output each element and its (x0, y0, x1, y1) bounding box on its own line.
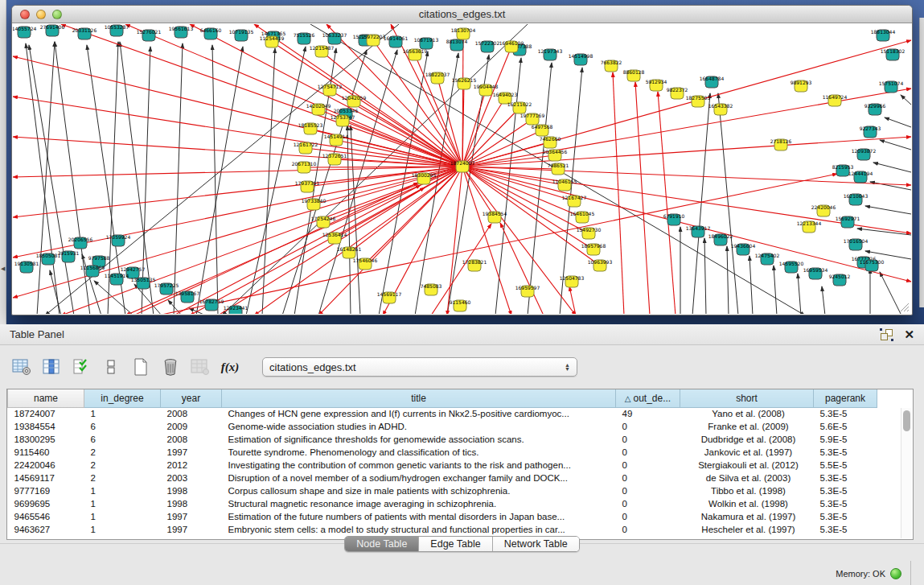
citation-edge-red[interactable] (190, 167, 462, 314)
table-cell[interactable]: 0 (616, 523, 680, 536)
delete-column-icon[interactable] (160, 356, 181, 377)
citation-edge-red[interactable] (462, 137, 911, 167)
close-panel-icon[interactable]: ✕ (904, 328, 914, 340)
graph-node[interactable]: 16211622 (507, 101, 532, 113)
function-builder-icon[interactable]: f(x) (220, 356, 240, 377)
table-cell[interactable]: Genome-wide association studies in ADHD. (222, 420, 616, 433)
table-cell[interactable]: Franke et al. (2009) (680, 420, 814, 433)
graph-node[interactable]: 9245012 (829, 274, 851, 286)
table-cell[interactable]: 9465546 (8, 510, 84, 523)
table-row[interactable]: 969969511998Structural magnetic resonanc… (8, 497, 877, 510)
table-cell[interactable]: 19384554 (8, 420, 84, 433)
close-window-icon[interactable] (20, 10, 30, 19)
citation-edge-red[interactable] (447, 167, 462, 314)
table-cell[interactable]: 0 (616, 484, 680, 497)
scrollbar-thumb[interactable] (903, 410, 910, 431)
graph-node[interactable]: 27691406 (40, 24, 65, 36)
citation-edge-red[interactable] (658, 92, 676, 314)
graph-node[interactable]: 19733840 (302, 198, 326, 210)
table-cell[interactable]: 0 (616, 420, 680, 433)
table-cell[interactable]: 1997 (161, 523, 222, 536)
table-cell[interactable]: 5.3E-5 (814, 497, 877, 510)
graph-node[interactable]: 12197343 (538, 48, 563, 60)
table-cell[interactable]: 5.3E-5 (814, 523, 877, 536)
tab-edge-table[interactable]: Edge Table (418, 537, 491, 551)
table-cell[interactable]: 0 (616, 433, 680, 446)
graph-node[interactable]: 7663822 (601, 60, 622, 72)
table-cell[interactable]: Tourette syndrome. Phenomenology and cla… (222, 446, 616, 459)
network-window-titlebar[interactable]: citations_edges.txt (12, 6, 912, 23)
citation-edge-black[interactable] (880, 140, 911, 150)
graph-node[interactable]: 15722302 (475, 40, 500, 52)
table-cell[interactable]: 1 (84, 407, 161, 420)
citation-edge-black[interactable] (718, 93, 738, 314)
citation-edge-black[interactable] (262, 48, 275, 314)
citation-edge-black[interactable] (55, 42, 90, 314)
column-header-pagerank[interactable]: pagerank (814, 389, 877, 407)
graph-node[interactable]: 18822037 (425, 72, 450, 84)
table-row[interactable]: 946554611997Estimation of the future num… (8, 510, 877, 523)
graph-node[interactable]: 18185523 (298, 122, 323, 134)
table-cell[interactable]: Wolkin et al. (1998) (680, 497, 814, 510)
table-cell[interactable]: Estimation of significance thresholds fo… (222, 433, 616, 446)
panel-collapse-handle-icon[interactable]: ◀ (1, 266, 5, 272)
graph-node[interactable]: 16210643 (844, 193, 869, 205)
graph-node[interactable]: 7462660 (540, 136, 561, 148)
table-cell[interactable]: Yano et al. (2008) (680, 407, 814, 420)
tab-node-table[interactable]: Node Table (345, 537, 418, 551)
table-row[interactable]: 977716911998Corpus callosum shape and si… (8, 484, 877, 497)
table-cell[interactable]: 2009 (161, 420, 222, 433)
memory-ok-indicator-icon[interactable] (890, 568, 901, 579)
citation-edge-black[interactable] (37, 42, 55, 314)
graph-node[interactable]: 11046155 (552, 179, 577, 191)
table-cell[interactable]: 5.3E-5 (814, 472, 877, 484)
citation-edge-black[interactable] (212, 45, 218, 314)
graph-node[interactable]: 12093872 (852, 148, 877, 160)
table-cell[interactable]: Estimation of the future numbers of pati… (222, 510, 616, 523)
graph-node[interactable]: 15276021 (137, 29, 162, 41)
graph-node[interactable]: 12161722 (294, 142, 318, 154)
table-cell[interactable]: 2008 (161, 407, 222, 420)
graph-node[interactable]: 13505135 (131, 277, 156, 289)
table-cell[interactable]: Embryonic stem cells: a model to study s… (222, 523, 616, 536)
table-cell[interactable]: Hescheler et al. (1997) (680, 523, 814, 536)
column-header-out_de[interactable]: △out_de... (616, 389, 680, 407)
table-cell[interactable]: 2 (84, 446, 161, 459)
column-header-year[interactable]: year (161, 389, 222, 407)
citation-edge-black[interactable] (26, 43, 60, 314)
citation-edge-red[interactable] (13, 167, 462, 298)
graph-node[interactable]: 16914061 (384, 35, 409, 47)
graph-node[interactable]: 10553287 (105, 24, 129, 36)
citation-edge-red[interactable] (462, 47, 511, 167)
graph-node[interactable]: 17359924 (106, 234, 131, 246)
graph-node[interactable]: 9822372 (667, 87, 688, 99)
table-row[interactable]: 1872400712008Changes of HCN gene express… (8, 407, 877, 420)
table-cell[interactable]: Nakamura et al. (1997) (680, 510, 814, 523)
graph-node[interactable]: 17016504 (844, 238, 869, 250)
graph-node[interactable]: 14514914 (324, 134, 349, 146)
table-cell[interactable]: 18300295 (8, 433, 84, 446)
table-cell[interactable]: 49 (616, 407, 680, 420)
graph-node[interactable]: 19384554 (483, 211, 507, 223)
graph-node[interactable]: 14055724 (13, 26, 36, 38)
table-cell[interactable]: 1997 (161, 446, 222, 459)
table-cell[interactable]: 14569117 (8, 472, 84, 484)
graph-node[interactable]: 12475402 (755, 253, 780, 265)
table-row[interactable]: 946362711997Embryonic stem cells: a mode… (8, 523, 877, 536)
table-cell[interactable]: 18724007 (8, 407, 84, 420)
citation-edge-black[interactable] (798, 274, 801, 314)
citation-edge-red[interactable] (314, 167, 462, 204)
graph-node[interactable]: 15492730 (577, 227, 602, 239)
graph-node[interactable]: 10871913 (414, 37, 439, 49)
table-cell[interactable]: 1 (84, 510, 161, 523)
table-cell[interactable]: Tibbo et al. (1998) (680, 484, 814, 497)
graph-node[interactable]: 11451914 (105, 273, 129, 285)
window-resize-grip[interactable] (898, 301, 910, 312)
graph-node[interactable]: 11254419 (260, 35, 285, 47)
table-cell[interactable]: Jankovic et al. (1997) (680, 446, 814, 459)
graph-node[interactable]: 2718126 (770, 138, 792, 150)
network-canvas[interactable]: 1405572427691406203311261055328715276021… (13, 24, 911, 314)
citation-edge-black[interactable] (142, 47, 150, 314)
table-cell[interactable]: 2 (84, 459, 161, 472)
graph-node[interactable]: 19561613 (169, 26, 194, 38)
